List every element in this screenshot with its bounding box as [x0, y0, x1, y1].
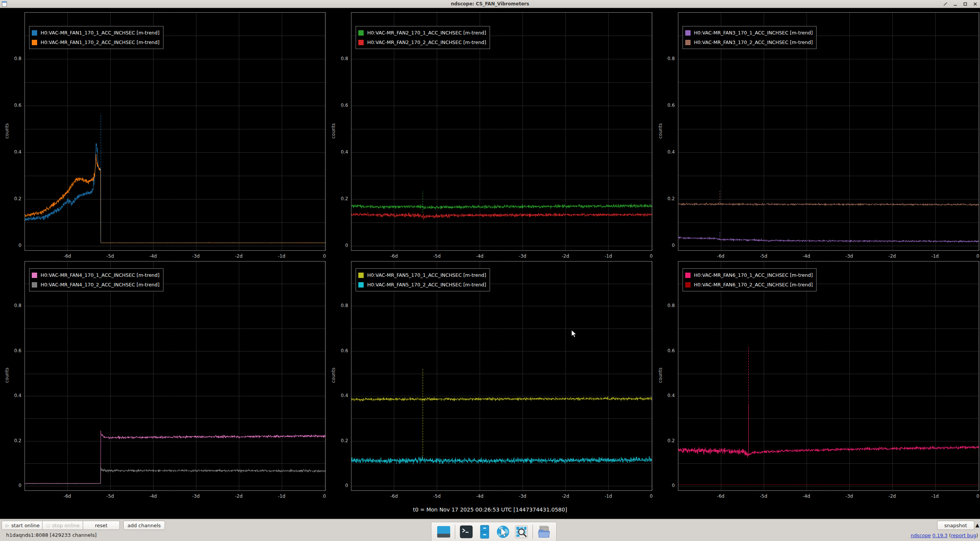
- plot-canvas-fan5[interactable]: [351, 261, 652, 491]
- channel-name: H0:VAC-MR_FAN6_170_1_ACC_INCHSEC [m-tren…: [694, 272, 813, 278]
- ndscope-link[interactable]: ndscope: [911, 533, 931, 538]
- y-tick-label: 0.2: [2, 196, 21, 201]
- x-tick-label: -6d: [712, 494, 729, 499]
- x-tick-label: -1d: [600, 494, 617, 499]
- file-cabinet-icon[interactable]: [477, 524, 493, 540]
- channel-name: H0:VAC-MR_FAN2_170_1_ACC_INCHSEC [m-tren…: [367, 30, 486, 36]
- y-tick-label: 0.6: [328, 103, 348, 108]
- version-link[interactable]: 0.19.3: [933, 533, 948, 538]
- x-tick-label: -3d: [514, 253, 531, 259]
- y-tick-label: 0: [328, 483, 348, 488]
- x-tick-label: -5d: [102, 494, 119, 499]
- x-tick-label: -6d: [385, 253, 402, 259]
- terminal-icon[interactable]: [458, 524, 474, 540]
- channel-name: H0:VAC-MR_FAN4_170_1_ACC_INCHSEC [m-tren…: [41, 272, 160, 278]
- legend-fan3: H0:VAC-MR_FAN3_170_1_ACC_INCHSEC [m-tren…: [683, 26, 817, 49]
- y-tick-label: 0.2: [2, 438, 21, 443]
- panel-toggle-arrow-icon[interactable]: ▲: [975, 522, 979, 528]
- y-axis-label: counts: [658, 119, 663, 142]
- legend-swatch-icon: [685, 30, 691, 36]
- legend-swatch-icon: [358, 40, 364, 45]
- file-manager-icon[interactable]: [536, 524, 552, 540]
- legend-item: H0:VAC-MR_FAN3_170_2_ACC_INCHSEC [m-tren…: [685, 38, 813, 47]
- web-browser-icon[interactable]: [495, 524, 511, 540]
- legend-item: H0:VAC-MR_FAN6_170_1_ACC_INCHSEC [m-tren…: [685, 270, 813, 280]
- x-tick-label: -4d: [798, 494, 815, 499]
- legend-item: H0:VAC-MR_FAN4_170_1_ACC_INCHSEC [m-tren…: [32, 270, 160, 280]
- x-tick-label: 0: [316, 494, 327, 499]
- minimize-icon[interactable]: [952, 2, 958, 7]
- x-tick-label: -3d: [514, 494, 531, 499]
- plot-canvas-fan6[interactable]: [678, 261, 979, 491]
- x-tick-label: -3d: [841, 253, 858, 259]
- reset-button[interactable]: reset: [83, 521, 120, 530]
- x-tick-label: -6d: [59, 494, 76, 499]
- x-tick-label: -3d: [188, 494, 204, 499]
- x-tick-label: -1d: [926, 253, 943, 259]
- legend-swatch-icon: [32, 40, 37, 45]
- x-tick-label: -4d: [471, 494, 488, 499]
- channel-name: H0:VAC-MR_FAN3_170_1_ACC_INCHSEC [m-tren…: [694, 30, 813, 36]
- play-icon: ▷: [6, 523, 9, 528]
- x-tick-label: 0: [643, 494, 653, 499]
- y-tick-label: 0.4: [2, 393, 21, 398]
- y-tick-label: 0.8: [655, 56, 675, 61]
- legend-swatch-icon: [685, 40, 691, 45]
- title-bar[interactable]: ndscope: CS_FAN_Vibrometers: [0, 0, 980, 8]
- legend-fan5: H0:VAC-MR_FAN5_170_1_ACC_INCHSEC [m-tren…: [356, 268, 490, 291]
- y-tick-label: 0.8: [328, 56, 348, 61]
- snapshot-button[interactable]: snapshot: [937, 521, 974, 530]
- maximize-icon[interactable]: [962, 2, 968, 7]
- x-tick-label: -6d: [59, 253, 76, 259]
- legend-item: H0:VAC-MR_FAN4_170_2_ACC_INCHSEC [m-tren…: [32, 280, 160, 289]
- y-tick-label: 0.4: [2, 149, 21, 155]
- x-tick-label: -4d: [145, 494, 162, 499]
- x-tick-label: -3d: [188, 253, 204, 259]
- y-tick-label: 0.8: [328, 303, 348, 308]
- legend-item: H0:VAC-MR_FAN2_170_2_ACC_INCHSEC [m-tren…: [358, 38, 486, 47]
- y-tick-label: 0.4: [328, 393, 348, 398]
- y-axis-label: counts: [331, 119, 336, 142]
- x-tick-label: -4d: [471, 253, 488, 259]
- y-tick-label: 0.8: [2, 303, 21, 308]
- plot-panel-fan3: counts00.20.40.60.8-6d-5d-4d-3d-2d-1d0H0…: [653, 10, 980, 261]
- x-tick-label: 0: [643, 253, 653, 259]
- x-tick-label: -2d: [884, 494, 900, 499]
- start-online-button[interactable]: ▷ start online: [2, 521, 44, 530]
- x-tick-label: 0: [316, 253, 327, 259]
- x-tick-label: -2d: [230, 253, 247, 259]
- y-tick-label: 0.2: [328, 196, 348, 201]
- legend-item: H0:VAC-MR_FAN1_170_1_ACC_INCHSEC [m-tren…: [32, 28, 160, 38]
- y-axis-label: counts: [4, 364, 10, 387]
- report-bug-link[interactable]: report bug: [951, 533, 976, 538]
- x-tick-label: -4d: [145, 253, 162, 259]
- legend-fan6: H0:VAC-MR_FAN6_170_1_ACC_INCHSEC [m-tren…: [683, 268, 817, 291]
- application-finder-icon[interactable]: [513, 524, 529, 540]
- y-tick-label: 0.6: [655, 103, 675, 108]
- channel-name: H0:VAC-MR_FAN5_170_2_ACC_INCHSEC [m-tren…: [367, 282, 486, 288]
- x-tick-label: -5d: [102, 253, 119, 259]
- add-channels-button[interactable]: add channels: [123, 521, 165, 530]
- y-tick-label: 0.2: [328, 438, 348, 443]
- x-tick-label: -2d: [884, 253, 900, 259]
- legend-swatch-icon: [358, 30, 364, 36]
- legend-fan2: H0:VAC-MR_FAN2_170_1_ACC_INCHSEC [m-tren…: [356, 26, 490, 49]
- x-tick-label: -1d: [273, 253, 290, 259]
- y-tick-label: 0: [655, 483, 675, 488]
- shade-window-icon[interactable]: [942, 2, 948, 7]
- y-tick-label: 0: [2, 243, 21, 248]
- x-tick-label: 0: [969, 494, 980, 499]
- plot-panel-fan4: counts00.20.40.60.8-6d-5d-4d-3d-2d-1d0H0…: [0, 259, 327, 501]
- plot-panel-fan2: counts00.20.40.60.8-6d-5d-4d-3d-2d-1d0H0…: [327, 10, 653, 261]
- legend-fan4: H0:VAC-MR_FAN4_170_1_ACC_INCHSEC [m-tren…: [29, 268, 163, 291]
- x-tick-label: -1d: [926, 494, 943, 499]
- plot-canvas-fan4[interactable]: [24, 261, 326, 491]
- plot-panel-fan5: counts00.20.40.60.8-6d-5d-4d-3d-2d-1d0H0…: [327, 259, 653, 501]
- close-icon[interactable]: [972, 2, 978, 7]
- desktop-icon[interactable]: [436, 524, 452, 540]
- stop-icon: ◻: [46, 523, 50, 528]
- legend-swatch-icon: [358, 273, 364, 278]
- y-axis-label: counts: [331, 364, 336, 387]
- legend-swatch-icon: [32, 282, 37, 288]
- channel-name: H0:VAC-MR_FAN2_170_2_ACC_INCHSEC [m-tren…: [367, 39, 486, 45]
